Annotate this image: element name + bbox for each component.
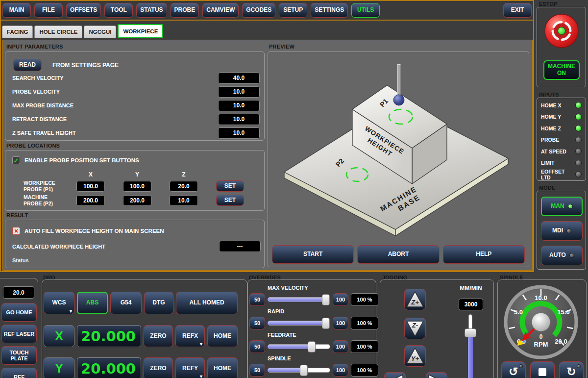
p2-x-field[interactable]: 200.0 [76,195,105,206]
z-safe-travel-field[interactable]: 10.0 [218,127,260,139]
max-velocity-slider[interactable] [268,297,330,302]
spindle-max-button[interactable]: 100 [333,364,348,377]
input-home-y: HOME Y [541,111,582,123]
menu-main-button[interactable]: MAIN [2,3,31,18]
help-button[interactable]: HELP [443,245,525,264]
ref-button[interactable]: REF [1,368,37,378]
menu-settings-button[interactable]: SETTINGS [311,3,348,18]
jog-y-plus-button[interactable]: Y+ [404,345,426,367]
tab-ngcgui[interactable]: NGCGUI [84,25,116,38]
menu-utils-button[interactable]: UTILS [351,3,380,18]
go-home-button[interactable]: GO HOME [1,303,37,322]
probe-velocity-field[interactable]: 10.0 [218,86,260,98]
jog-x-plus-button[interactable] [426,372,447,378]
feedrate-slider-handle[interactable] [308,341,316,353]
menu-status-button[interactable]: STATUS [136,3,167,18]
dtg-button[interactable]: DTG [144,292,173,314]
chevron-down-icon: ▾ [200,342,202,347]
rapid-max-button[interactable]: 100 [333,317,348,329]
p2-y-field[interactable]: 200.0 [123,195,151,206]
column-z-header: Z [170,171,198,178]
tab-facing[interactable]: FACING [2,25,33,38]
autofill-height-checkbox[interactable]: × [12,227,20,235]
jog-rate-slider[interactable] [468,330,473,378]
rapid-slider[interactable] [268,321,330,326]
all-homed-button[interactable]: ALL HOMED [176,292,238,314]
zero-y-button[interactable]: ZERO [144,357,173,378]
result-title: RESULT [6,212,28,218]
menu-file-button[interactable]: FILE [34,3,63,18]
p2-z-field[interactable]: 10.0 [170,195,198,206]
enable-probe-set-label: ENABLE PROBE POSITION SET BUTTONS [24,157,139,163]
p1-set-button[interactable]: SET [216,180,244,192]
probe-velocity-label: PROBE VELOCITY [12,89,60,95]
jog-z-plus-button[interactable]: Z+ [404,289,426,310]
jog-z-minus-button[interactable]: Z- [404,318,426,339]
feedrate-slider[interactable] [268,344,330,349]
p1-z-field[interactable]: 20.0 [170,181,198,192]
spindle-slider[interactable] [268,368,330,373]
jog-units-label: MM/MIN [455,285,487,292]
retract-distance-field[interactable]: 10.0 [218,114,260,125]
spindle-override: 50 100 100 % [249,363,378,377]
enable-probe-set-checkbox[interactable]: ✓ [12,156,20,164]
menu-gcodes-button[interactable]: GCODES [242,3,275,18]
mode-mdi-button[interactable]: MDI [541,221,583,241]
refy-button[interactable]: REFY▾ [175,357,205,378]
refx-button[interactable]: REFX▾ [175,325,205,347]
g54-button[interactable]: G54 [110,292,142,314]
calculated-height-field: --- [219,241,261,252]
spindle-override-label: SPINDLE [268,355,291,361]
machine-on-button[interactable]: MACHINE ON [543,60,580,80]
max-probe-distance-label: MAX PROBE DISTANCE [12,102,74,108]
rapid-slider-handle[interactable] [322,318,330,329]
axis-x-button[interactable]: X [44,325,74,347]
mode-auto-button[interactable]: AUTO [541,246,583,265]
input-parameters-title: INPUT PARAMETERS [6,44,63,50]
tab-workpiece[interactable]: WORKPIECE [118,24,163,38]
max-velocity-max-button[interactable]: 100 [333,293,348,306]
home-y-button[interactable]: HOME [207,357,238,378]
ccw-arrow-icon: ↺ [509,366,518,378]
menu-offsets-button[interactable]: OFFSETS [66,3,101,18]
max-probe-distance-field[interactable]: 10.0 [218,100,260,111]
mode-man-button[interactable]: MAN [541,197,583,216]
jog-rate-slider-handle[interactable] [465,328,476,337]
laser-offset-field[interactable]: 20.0 [3,286,34,299]
axis-y-button[interactable]: Y [44,357,74,378]
jog-x-minus-button[interactable] [384,372,406,378]
jog-rate-field[interactable]: 3000 [459,299,483,310]
search-velocity-field[interactable]: 40.0 [218,73,260,84]
p1-x-field[interactable]: 100.0 [76,181,105,192]
exit-button[interactable]: EXIT [503,3,532,18]
spindle-ccw-button[interactable]: ↺ [501,361,526,378]
max-velocity-min-button[interactable]: 50 [249,293,265,306]
tab-hole-circle[interactable]: HOLE CIRCLE [34,25,82,38]
spindle-stop-button[interactable] [530,361,555,378]
menu-camview-button[interactable]: CAMVIEW [202,3,239,18]
p1-y-field[interactable]: 100.0 [123,181,151,192]
rapid-min-button[interactable]: 50 [249,317,265,329]
abs-button[interactable]: ABS [77,292,108,314]
abort-button[interactable]: ABORT [357,245,439,264]
max-velocity-slider-handle[interactable] [322,294,330,305]
ref-laser-button[interactable]: REF LASER [1,325,37,343]
read-button[interactable]: READ [13,59,42,71]
spindle-slider-handle[interactable] [300,365,308,376]
start-button[interactable]: START [272,245,354,264]
menubar: MAIN FILE OFFSETS TOOL STATUS PROBE CAMV… [1,1,533,21]
home-x-button[interactable]: HOME [207,325,238,347]
feedrate-min-button[interactable]: 50 [249,340,265,353]
input-limit: LIMIT [541,157,582,169]
estop-button[interactable] [544,13,579,49]
menu-probe-button[interactable]: PROBE [171,3,199,18]
menu-tool-button[interactable]: TOOL [104,3,133,18]
spindle-min-button[interactable]: 50 [249,364,265,377]
feedrate-max-button[interactable]: 100 [333,340,348,353]
menu-setup-button[interactable]: SETUP [279,3,307,18]
touch-plate-button[interactable]: TOUCH PLATE [1,346,37,365]
spindle-cw-button[interactable]: ↻ [559,361,584,378]
wcs-button[interactable]: WCS▾ [44,292,74,314]
zero-x-button[interactable]: ZERO [144,325,173,347]
p2-set-button[interactable]: SET [216,195,244,206]
